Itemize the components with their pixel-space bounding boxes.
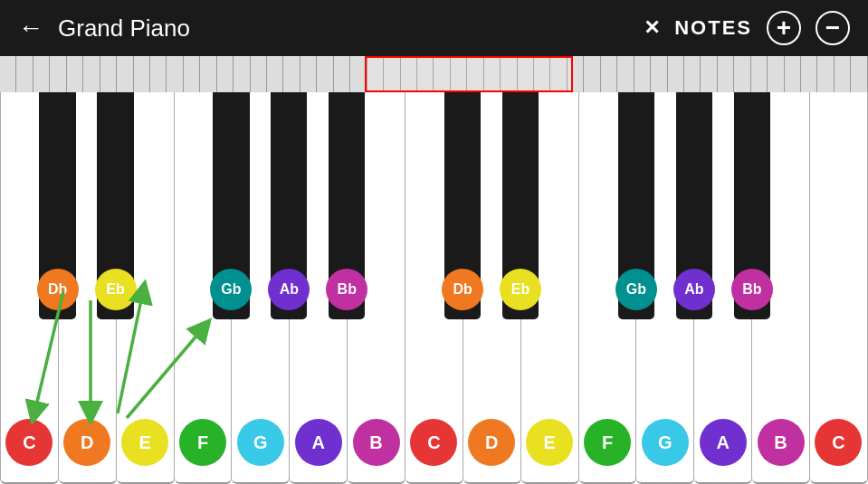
note-circle-black-Gb-7[interactable]: Gb [615,269,657,310]
note-circle-black-Eb-6[interactable]: Eb [500,269,541,310]
mini-white-key [651,56,667,92]
page-title: Grand Piano [58,14,644,43]
mini-white-key [16,56,33,92]
notes-close-button[interactable]: ✕ [644,16,660,40]
mini-white-key [33,56,50,92]
note-circle-F-4[interactable]: F [584,419,631,466]
note-circle-A-3[interactable]: A [295,419,342,466]
note-circle-C-5[interactable]: C [815,419,862,466]
notes-label: NOTES [674,16,752,40]
note-circle-B-3[interactable]: B [353,419,400,466]
mini-white-key [785,56,801,92]
mini-white-key [768,56,784,92]
black-key-Ab-8[interactable]: Ab [676,92,712,319]
black-key-Gb-2[interactable]: Gb [213,92,249,319]
mini-white-key [83,56,100,92]
mini-white-key [835,56,851,92]
note-circle-G-4[interactable]: G [642,419,689,466]
mini-white-key [617,56,634,92]
mini-white-key [251,56,267,92]
mini-white-key [267,56,283,92]
black-key-Eb-1[interactable]: Eb [97,92,133,319]
note-circle-E-4[interactable]: E [526,419,573,466]
note-circle-C-4[interactable]: C [410,419,457,466]
mini-viewport-indicator [365,56,573,92]
note-circle-black-Db-0[interactable]: Db [37,269,79,310]
mini-white-key [184,56,200,92]
zoom-in-button[interactable]: + [767,11,801,45]
note-circle-black-Eb-1[interactable]: Eb [95,269,137,310]
note-circle-black-Gb-2[interactable]: Gb [210,269,252,310]
white-key-C[interactable]: C [810,92,868,484]
mini-white-key [317,56,333,92]
note-circle-F-3[interactable]: F [179,419,226,466]
mini-white-key [634,56,651,92]
mini-white-key [150,56,167,92]
mini-white-key [100,56,117,92]
black-key-Ab-3[interactable]: Ab [271,92,307,319]
zoom-out-button[interactable]: − [816,11,850,45]
mini-white-key [234,56,250,92]
note-circle-D-3[interactable]: D [63,419,110,466]
mini-white-key [718,56,734,92]
note-circle-D-4[interactable]: D [468,419,515,466]
mini-white-key [851,56,867,92]
mini-white-key [167,56,183,92]
note-circle-black-Ab-3[interactable]: Ab [268,269,310,310]
mini-white-key [200,56,216,92]
note-circle-G-3[interactable]: G [237,419,284,466]
mini-white-key [601,56,617,92]
mini-white-key [801,56,817,92]
black-key-Bb-4[interactable]: Bb [329,92,365,319]
back-button[interactable]: ← [18,14,43,43]
mini-white-key [817,56,834,92]
mini-white-key [734,56,750,92]
mini-white-key [67,56,83,92]
mini-white-key [300,56,317,92]
note-circle-C-3[interactable]: C [5,419,52,466]
black-key-Gb-7[interactable]: Gb [618,92,654,319]
mini-white-key [751,56,768,92]
note-circle-A-4[interactable]: A [700,419,747,466]
black-key-Db-5[interactable]: Db [444,92,481,319]
mini-white-key [283,56,300,92]
mini-white-key [701,56,717,92]
mini-white-key [684,56,701,92]
header: ← Grand Piano ✕ NOTES + − [0,0,868,56]
note-circle-black-Bb-4[interactable]: Bb [326,269,367,310]
mini-piano-overview [0,56,868,92]
note-circle-black-Ab-8[interactable]: Ab [673,269,715,310]
black-key-Eb-6[interactable]: Eb [502,92,539,319]
black-key-Bb-9[interactable]: Bb [734,92,770,319]
mini-white-key [134,56,150,92]
black-key-Db-0[interactable]: Db [39,92,75,319]
mini-white-key [668,56,684,92]
mini-white-key [50,56,66,92]
mini-white-key [584,56,600,92]
mini-white-key [0,56,16,92]
mini-white-key [117,56,133,92]
note-circle-B-4[interactable]: B [758,419,805,466]
mini-white-key [217,56,234,92]
note-circle-black-Bb-9[interactable]: Bb [731,269,773,310]
piano-area: CDEFGABCDEFGABC DbEbGbAbBbDbEbGbAbBb [0,92,868,484]
note-circle-black-Db-5[interactable]: Db [442,269,483,310]
header-controls: ✕ NOTES + − [644,11,850,45]
mini-white-key [334,56,350,92]
note-circle-E-3[interactable]: E [121,419,168,466]
